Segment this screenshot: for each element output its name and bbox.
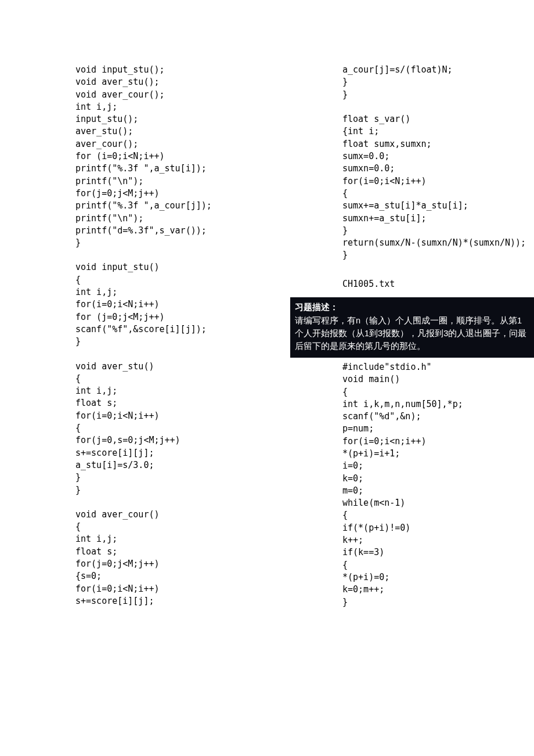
code-left-block4: void aver_cour() { int i,j; float s; for…: [75, 496, 284, 607]
code-right-upper: a_cour[j]=s/(float)N; } } float s_var() …: [290, 64, 534, 262]
problem-body: 请编写程序，有n（输入）个人围成一圈，顺序排号。从第1个人开始报数（从1到3报数…: [295, 314, 529, 353]
code-right-lower: #include"stdio.h" void main() { int i,k,…: [290, 358, 534, 609]
code-left-block2: void input_stu() { int i,j; for(i=0;i<N;…: [75, 249, 284, 348]
filename-label: CH1005.txt: [290, 262, 534, 297]
left-column: void input_stu(); void aver_stu(); void …: [0, 64, 290, 609]
right-column: a_cour[j]=s/(float)N; } } float s_var() …: [290, 64, 534, 609]
problem-description-box: 习题描述： 请编写程序，有n（输入）个人围成一圈，顺序排号。从第1个人开始报数（…: [290, 297, 534, 358]
problem-title: 习题描述：: [295, 301, 529, 314]
code-left-block3: void aver_stu() { int i,j; float s; for(…: [75, 348, 284, 496]
code-left-block1: void input_stu(); void aver_stu(); void …: [75, 64, 284, 249]
document-page: void input_stu(); void aver_stu(); void …: [0, 0, 534, 609]
